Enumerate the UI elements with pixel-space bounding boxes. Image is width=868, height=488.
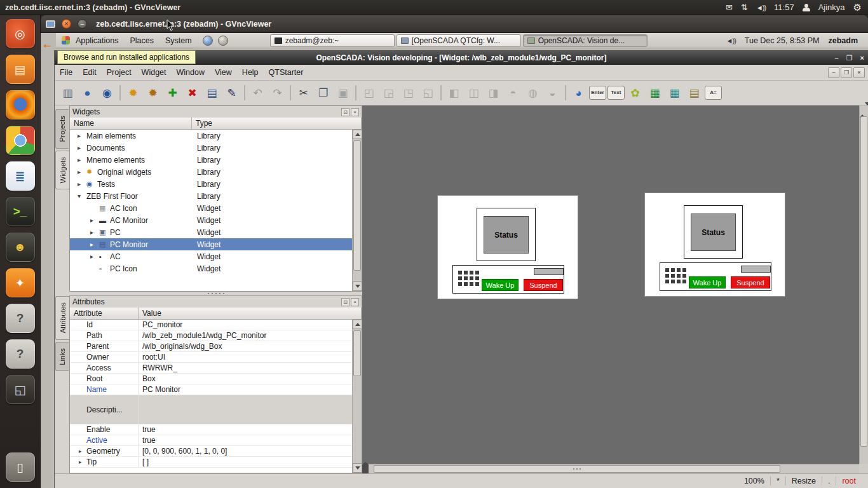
volume-icon[interactable]: ◄)) bbox=[756, 4, 766, 11]
separator[interactable] bbox=[290, 85, 291, 100]
attribute-row[interactable]: Active true bbox=[70, 435, 352, 446]
libreoffice-writer-icon[interactable]: ≣ bbox=[6, 161, 35, 191]
attribute-value[interactable]: PC_monitor bbox=[139, 320, 352, 330]
expander-icon[interactable]: ▸ bbox=[90, 229, 99, 236]
undock-icon[interactable]: ⊡ bbox=[341, 298, 349, 306]
close-icon[interactable]: × bbox=[351, 108, 359, 116]
tree-row[interactable]: ▾ ZEB First Floor Library bbox=[70, 190, 352, 202]
tree-row[interactable]: ▸ ▤ PC Monitor Widget bbox=[70, 238, 352, 250]
form-element-icon[interactable]: Enter bbox=[589, 86, 606, 100]
taskbar-window-button[interactable]: [OpenSCADA QTCfg: W... bbox=[397, 34, 521, 47]
panel-volume-icon[interactable]: ◄)) bbox=[726, 37, 736, 44]
side-tab[interactable]: Links bbox=[55, 342, 69, 372]
software-center-icon[interactable]: ✦ bbox=[6, 268, 35, 297]
lower-bottom-icon[interactable]: ◲ bbox=[379, 84, 398, 102]
close-icon[interactable]: × bbox=[860, 54, 864, 62]
tree-row[interactable]: ▸ Documents Library bbox=[70, 142, 352, 154]
side-tab[interactable]: Widgets bbox=[55, 151, 69, 190]
value-element-icon[interactable]: A= bbox=[705, 86, 722, 100]
canvas-vertical-scrollbar[interactable] bbox=[859, 105, 868, 464]
minimize-icon[interactable]: – bbox=[78, 19, 87, 29]
menu-item[interactable]: QTStarter bbox=[264, 65, 309, 81]
align-bottom-icon[interactable]: ◒ bbox=[543, 84, 562, 102]
attribute-row[interactable]: Name PC Monitor bbox=[70, 384, 352, 395]
attributes-scrollbar[interactable] bbox=[352, 320, 362, 473]
attribute-row[interactable]: ▸ Geometry [0, 0, 900, 600, 1, 1, 0, 0] bbox=[70, 446, 352, 457]
column-header-name[interactable]: Name bbox=[70, 118, 192, 129]
mail-icon[interactable]: ✉ bbox=[726, 3, 733, 12]
scroll-thumb[interactable] bbox=[353, 140, 361, 271]
attribute-value[interactable]: true bbox=[139, 435, 352, 445]
widget-props-icon[interactable]: ▤ bbox=[203, 84, 221, 102]
attribute-value[interactable]: /wlb_zeb_module1/wdg_PC_monitor bbox=[139, 330, 352, 341]
ubuntu-dash-icon[interactable]: ◎ bbox=[6, 19, 35, 48]
attribute-value[interactable]: true bbox=[139, 424, 352, 435]
attribute-value[interactable]: root:UI bbox=[139, 352, 352, 362]
maximize-icon[interactable]: ❐ bbox=[846, 54, 853, 62]
widget-add-icon[interactable]: ✚ bbox=[163, 84, 182, 102]
attribute-value[interactable]: PC Monitor bbox=[139, 384, 352, 395]
attribute-row[interactable]: Parent /wlb_originals/wdg_Box bbox=[70, 341, 352, 352]
scroll-right-icon[interactable] bbox=[365, 464, 369, 473]
workspace-switcher-icon[interactable]: ◱ bbox=[6, 375, 35, 404]
redo-icon[interactable]: ↷ bbox=[268, 84, 287, 102]
align-hcenter-icon[interactable]: ◫ bbox=[465, 84, 483, 102]
tree-row[interactable]: ▸ Mnemo elements Library bbox=[70, 154, 352, 166]
document-element-icon[interactable]: ▤ bbox=[685, 84, 703, 102]
copy-icon[interactable]: ❐ bbox=[314, 84, 332, 102]
attribute-row[interactable]: Root Box bbox=[70, 374, 352, 384]
taskbar-window-button[interactable]: zebadm@zeb:~ bbox=[270, 34, 395, 47]
panel-user-label[interactable]: zebadm bbox=[828, 36, 860, 45]
widgets-panel-header[interactable]: Widgets ⊡ × bbox=[70, 106, 362, 118]
raise-top-icon[interactable]: ◰ bbox=[360, 84, 378, 102]
widget-delete-icon[interactable]: ✖ bbox=[183, 84, 201, 102]
gnome-menu-item[interactable]: Applications bbox=[70, 33, 124, 48]
column-header-type[interactable]: Type bbox=[192, 118, 362, 129]
scroll-thumb[interactable] bbox=[353, 330, 361, 376]
applications-menu-icon[interactable] bbox=[62, 36, 70, 44]
tree-row[interactable]: ▸ ▣ PC Widget bbox=[70, 226, 352, 238]
firefox-icon[interactable] bbox=[6, 90, 35, 119]
align-top-icon[interactable]: ◓ bbox=[504, 84, 522, 102]
tree-row[interactable]: ▦ AC Icon Widget bbox=[70, 202, 352, 214]
attribute-row[interactable]: ▸ Tip [ ] bbox=[70, 457, 352, 468]
attribute-row[interactable]: Path /wlb_zeb_module1/wdg_PC_monitor bbox=[70, 330, 352, 341]
expander-icon[interactable]: ▸ bbox=[79, 459, 86, 465]
align-left-icon[interactable]: ◧ bbox=[445, 84, 463, 102]
attribute-row[interactable]: Owner root:UI bbox=[70, 352, 352, 363]
lower-down-icon[interactable]: ◱ bbox=[419, 84, 437, 102]
help-launcher-icon[interactable] bbox=[218, 36, 228, 46]
attribute-value[interactable]: [0, 0, 900, 600, 1, 1, 0, 0] bbox=[139, 446, 352, 456]
sync-arrows-icon[interactable]: ⇅ bbox=[741, 3, 748, 12]
attributes-panel-header[interactable]: Attributes ⊡ × bbox=[70, 296, 362, 308]
separator[interactable] bbox=[565, 85, 566, 100]
expander-icon[interactable]: ▸ bbox=[78, 156, 86, 163]
files-icon[interactable]: ▤ bbox=[6, 55, 35, 84]
wake-up-button[interactable]: Wake Up bbox=[689, 276, 726, 288]
widget-edit-canvas[interactable]: Status Wake Up Suspend St bbox=[362, 105, 859, 464]
expander-icon[interactable]: ▸ bbox=[90, 253, 99, 260]
column-header-value[interactable]: Value bbox=[139, 308, 362, 319]
expander-icon[interactable]: ▾ bbox=[78, 193, 86, 200]
tree-row[interactable]: ▸ ▪ AC Widget bbox=[70, 250, 352, 262]
separator[interactable] bbox=[440, 85, 442, 100]
expander-icon[interactable]: ▸ bbox=[90, 241, 99, 248]
menu-item[interactable]: Window bbox=[172, 65, 210, 81]
suspend-button[interactable]: Suspend bbox=[731, 276, 770, 288]
pc-monitor-widget-preview[interactable]: Status Wake Up Suspend bbox=[437, 195, 578, 299]
user-icon[interactable] bbox=[803, 4, 810, 11]
tree-scrollbar[interactable] bbox=[352, 130, 362, 291]
separator[interactable] bbox=[119, 85, 121, 100]
mdi-minimize-icon[interactable]: – bbox=[828, 67, 839, 78]
panel-clock[interactable]: Tue Dec 25, 8:53 PM bbox=[745, 36, 820, 45]
session-user-label[interactable]: Ajinkya bbox=[818, 3, 845, 12]
tree-row[interactable]: ▸ ◉ Tests Library bbox=[70, 178, 352, 190]
unknown-app-1-icon[interactable]: ? bbox=[6, 304, 35, 333]
expander-icon[interactable]: ▸ bbox=[90, 217, 99, 224]
close-icon[interactable]: × bbox=[62, 19, 71, 29]
expander-icon[interactable]: ▸ bbox=[78, 180, 86, 187]
terminal-icon[interactable]: >_ bbox=[6, 197, 35, 226]
gnome-menu-item[interactable]: System bbox=[159, 33, 198, 48]
menu-item[interactable]: Project bbox=[102, 65, 137, 81]
undock-icon[interactable]: ⊡ bbox=[341, 108, 349, 116]
